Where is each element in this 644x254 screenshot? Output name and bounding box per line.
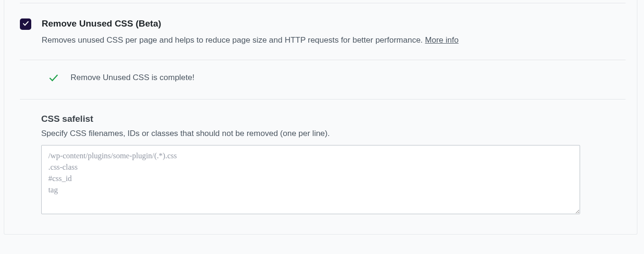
- checkmark-icon: [48, 72, 59, 83]
- css-safelist-description: Specify CSS filenames, IDs or classes th…: [41, 129, 571, 138]
- settings-panel: Remove Unused CSS (Beta) Removes unused …: [0, 0, 644, 254]
- divider-top: [20, 3, 626, 3]
- check-icon: [22, 20, 29, 29]
- remove-unused-css-title: Remove Unused CSS (Beta): [42, 18, 458, 30]
- divider-1: [20, 60, 626, 60]
- remove-unused-css-description: Removes unused CSS per page and helps to…: [42, 35, 458, 46]
- more-info-link[interactable]: More info: [425, 36, 459, 45]
- status-message: Remove Unused CSS is complete!: [71, 73, 195, 82]
- settings-card: Remove Unused CSS (Beta) Removes unused …: [4, 0, 637, 235]
- remove-unused-css-description-text: Removes unused CSS per page and helps to…: [42, 36, 425, 45]
- divider-2: [20, 99, 626, 100]
- remove-unused-css-text: Remove Unused CSS (Beta) Removes unused …: [42, 18, 458, 46]
- remove-unused-css-option: Remove Unused CSS (Beta) Removes unused …: [20, 18, 626, 46]
- css-safelist-section: CSS safelist Specify CSS filenames, IDs …: [41, 114, 571, 216]
- css-safelist-title: CSS safelist: [41, 114, 571, 124]
- css-safelist-textarea[interactable]: [41, 145, 580, 214]
- remove-unused-css-checkbox[interactable]: [20, 18, 31, 30]
- remove-unused-css-status: Remove Unused CSS is complete!: [48, 72, 626, 83]
